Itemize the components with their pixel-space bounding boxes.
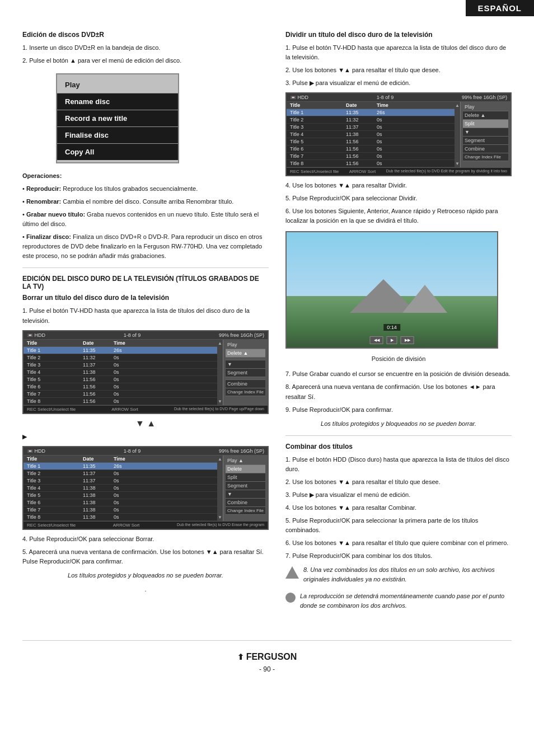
menu-item-finalise[interactable]: Finalise disc (57, 127, 178, 144)
menu-item-play[interactable]: Play (57, 77, 178, 93)
hdd1-row-7[interactable]: Title 711:560s (24, 391, 217, 398)
hdd1-row-8[interactable]: Title 811:560s (24, 398, 217, 405)
hdd2-menu-play[interactable]: Play ▲ (226, 457, 265, 465)
hdd2-menu-split[interactable]: Split (226, 473, 265, 482)
hdd3-row-6[interactable]: Title 611:560s (287, 145, 455, 153)
hdd3-menu-change[interactable]: Change Index File (463, 153, 508, 161)
hdd1-row-1[interactable]: Title 111:3526s (24, 347, 217, 354)
hdd1-menu-delete[interactable]: Delete ▲ (226, 349, 265, 358)
hdd1-menu-change[interactable]: Change Index File (226, 388, 265, 396)
hdd3-rows-wrap: Title Date Time Title 111:3526s Title 21… (287, 102, 510, 167)
note-triangle-box: 8. Una vez combinados los dos títulos en… (285, 565, 512, 587)
combine-step6: 6. Use los botones ▼▲ para resaltar el t… (285, 538, 512, 548)
right-step1: 1. Pulse el botón TV-HDD hasta que apare… (285, 43, 512, 62)
ctrl-btn-prev[interactable]: ◀◀ (370, 336, 383, 344)
hdd-table-3: 📼 HDD 1-8 of 9 99% free 16Gh (SP) Title … (285, 92, 512, 176)
op-finalizar: • Finalizar disco: Finaliza un disco DVD… (22, 232, 269, 261)
hdd2-menu-change[interactable]: Change Index File (226, 507, 265, 515)
hdd3-footer-rec: REC Select/Unselect file (290, 169, 339, 174)
menu-item-rename[interactable]: Rename disc (57, 93, 178, 110)
hdd2-menu-segment[interactable]: Segment (226, 482, 265, 490)
hdd1-scroll[interactable]: ▲ ▼ (217, 340, 223, 405)
hdd1-footer-rec: REC Select/Unselect file (27, 407, 76, 412)
hdd2-scroll-down: ▼ (218, 515, 222, 520)
hdd3-menu-combine[interactable]: Combine (463, 145, 508, 153)
hdd2-range: 1-8 of 9 (124, 448, 141, 454)
hdd2-row-3[interactable]: Title 311:370s (24, 477, 217, 485)
note-circle-box: La reproducción se detendrá momentáneame… (285, 591, 512, 613)
hdd2-row-6[interactable]: Title 611:380s (24, 499, 217, 506)
hdd2-footer-dub: Dub the selected file(s) to DVD Erase th… (177, 523, 264, 528)
hdd1-menu-arrow[interactable]: ▼ (226, 360, 265, 369)
hdd2-menu-combine[interactable]: Combine (226, 499, 265, 507)
hdd-table-1: 📼 HDD 1-8 of 9 99% free 16Gh (SP) Title … (22, 330, 269, 414)
hdd1-col-title: Title (27, 340, 83, 346)
hdd3-menu-segment[interactable]: Segment (463, 137, 508, 145)
hdd2-menu-arrow[interactable]: ▼ (226, 490, 265, 499)
hdd2-row-7[interactable]: Title 711:380s (24, 506, 217, 514)
hdd1-free: 99% free 16Gh (SP) (219, 332, 264, 338)
hdd3-scroll[interactable]: ▲ ▼ (455, 102, 460, 167)
hdd1-col-time: Time (114, 340, 133, 346)
menu-item-record[interactable]: Record a new title (57, 110, 178, 127)
hdd1-row-3[interactable]: Title 311:370s (24, 361, 217, 369)
scroll-down-arrow: ▼ (218, 399, 222, 404)
hdd2-free: 99% free 16Gh (SP) (219, 448, 264, 454)
hdd3-row-5[interactable]: Title 511:560s (287, 138, 455, 145)
hdd2-header: 📼 HDD 1-8 of 9 99% free 16Gh (SP) (24, 447, 268, 456)
hdd2-menu-delete[interactable]: Delete (226, 465, 265, 473)
hdd2-row-5[interactable]: Title 511:380s (24, 492, 217, 499)
hdd2-label: 📼 HDD (27, 448, 45, 454)
hdd3-menu-delete[interactable]: Delete ▲ (463, 111, 508, 120)
hdd1-col-date: Date (83, 340, 114, 346)
divider1 (22, 267, 269, 268)
hdd-table-2: 📼 HDD 1-8 of 9 99% free 16Gh (SP) Title … (22, 446, 269, 530)
hdd3-row-7[interactable]: Title 711:560s (287, 153, 455, 160)
hdd1-menu-segment[interactable]: Segment (226, 369, 265, 377)
right-step6: 6. Use los botones Siguiente, Anterior, … (285, 206, 512, 226)
hdd3-footer-dub: Dub the selected file(s) to DVD Edit the… (386, 169, 507, 174)
hdd1-footer: REC Select/Unselect file ARROW Sort Dub … (24, 405, 268, 413)
hdd1-row-5[interactable]: Title 511:560s (24, 376, 217, 383)
hdd1-row-6[interactable]: Title 611:560s (24, 383, 217, 391)
note-triangle-text: 8. Una vez combinados los dos títulos en… (303, 565, 512, 584)
menu-item-copy[interactable]: Copy All (57, 144, 178, 160)
hdd3-row-8[interactable]: Title 811:560s (287, 160, 455, 167)
hdd2-row-8[interactable]: Title 811:380s (24, 514, 217, 521)
page-number: - 90 - (22, 665, 512, 673)
hdd3-free: 99% free 16Gh (SP) (462, 95, 507, 100)
hdd1-row-2[interactable]: Title 211:320s (24, 354, 217, 361)
hdd3-menu-play[interactable]: Play (463, 103, 508, 111)
hdd2-row-4[interactable]: Title 411:380s (24, 485, 217, 492)
hdd2-scroll[interactable]: ▲ ▼ (217, 456, 223, 521)
hdd3-row-4[interactable]: Title 411:380s (287, 131, 455, 138)
right-step8: 8. Aparecerá una nueva ventana de confir… (285, 382, 512, 401)
hdd3-menu-arrow[interactable]: ▼ (463, 128, 508, 137)
hdd3-col-title: Title (290, 102, 346, 108)
screenshot-timer: 0:14 (383, 324, 400, 331)
section2-step1: 1. Pulse el botón TV-HDD hasta que apare… (22, 306, 269, 325)
hdd1-menu-play[interactable]: Play (226, 341, 265, 349)
left-italic-note: Los títulos protegidos y bloqueados no s… (22, 571, 269, 580)
right-step4: 4. Use los botones ▼▲ para resaltar Divi… (285, 181, 512, 190)
hdd1-menu-combine[interactable]: Combine (226, 380, 265, 388)
hdd3-menu-split[interactable]: Split (463, 120, 508, 128)
hdd3-list: Title Date Time Title 111:3526s Title 21… (287, 102, 455, 167)
hdd3-row-1[interactable]: Title 111:3526s (287, 109, 455, 116)
hdd1-label: 📼 HDD (27, 332, 45, 338)
arrow-note: ▶ (22, 432, 269, 442)
hdd2-col-headers: Title Date Time (24, 456, 217, 463)
ctrl-btn-play[interactable]: ▶ (387, 336, 397, 344)
circle-icon (285, 593, 296, 603)
hdd3-row-2[interactable]: Title 211:320s (287, 116, 455, 124)
hdd3-row-3[interactable]: Title 311:370s (287, 124, 455, 131)
hdd2-list: Title Date Time Title 111:3526s Title 21… (24, 456, 217, 521)
left-column: Edición de discos DVD±R 1. Inserte un di… (22, 31, 269, 618)
ctrl-btn-next[interactable]: ▶▶ (401, 336, 414, 344)
page-footer: ⬆ FERGUSON - 90 - (22, 640, 512, 679)
hdd2-row-2[interactable]: Title 211:370s (24, 470, 217, 477)
hdd2-row-1[interactable]: Title 111:3526s (24, 463, 217, 470)
right-step5: 5. Pulse Reproducir/OK para seleccionar … (285, 194, 512, 203)
hdd3-label: 📼 HDD (290, 95, 308, 100)
hdd1-row-4[interactable]: Title 411:380s (24, 369, 217, 376)
